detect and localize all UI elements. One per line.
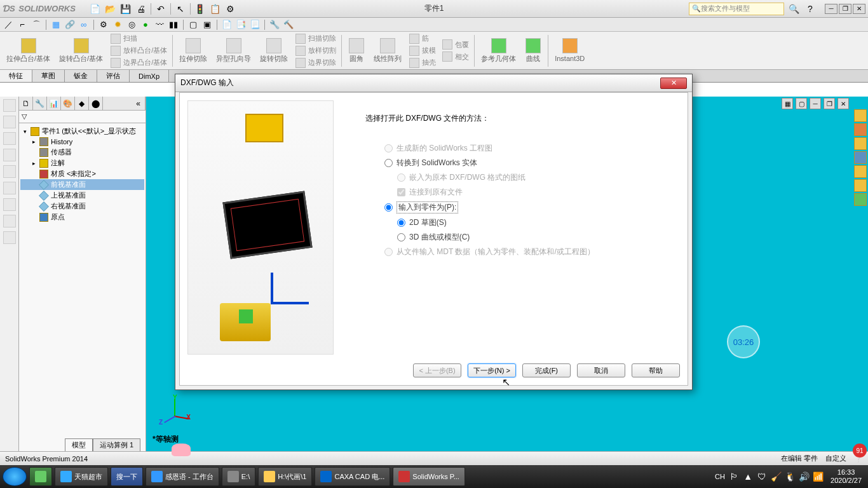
cancel-button[interactable]: 取消	[577, 363, 625, 377]
fillet-button[interactable]: 圆角	[344, 37, 369, 64]
sweep-cut-item[interactable]: 扫描切除	[293, 33, 339, 44]
opt-3d-curve[interactable]: 3D 曲线或模型(C)	[397, 232, 680, 243]
tree-root[interactable]: ▾零件1 (默认<<默认>_显示状态	[20, 126, 144, 137]
finish-button[interactable]: 完成(F)	[522, 363, 571, 377]
link-icon[interactable]: 🔗	[64, 19, 76, 30]
task-solidworks[interactable]: SolidWorks P...	[393, 467, 465, 486]
curves-button[interactable]: 曲线	[521, 37, 545, 64]
wave-icon[interactable]: 〰	[154, 19, 165, 30]
arc-icon[interactable]: ⌒	[31, 19, 42, 30]
tree-material[interactable]: 材质 <未指定>	[20, 168, 144, 179]
vp-single-icon[interactable]: ▢	[796, 98, 807, 109]
rail-icon-4[interactable]	[3, 149, 16, 161]
task-explorer-h[interactable]: H:\代画\1	[258, 467, 312, 486]
minimize-button[interactable]: ─	[825, 4, 837, 14]
tab-motion-study[interactable]: 运动算例 1	[93, 438, 140, 451]
extrude-cut-button[interactable]: 拉伸切除	[175, 37, 211, 64]
taskpane-btn-4[interactable]	[854, 151, 867, 164]
tool1-icon[interactable]: 🔧	[269, 19, 280, 30]
traffic-icon[interactable]: 🚦	[193, 2, 207, 16]
shell-item[interactable]: 抽壳	[407, 57, 438, 69]
taskpane-btn-1[interactable]	[854, 109, 867, 122]
feature-filter[interactable]: ▽	[19, 111, 146, 123]
dialog-close-button[interactable]: ✕	[660, 78, 687, 89]
tree-annotations[interactable]: ▸注解	[20, 158, 144, 168]
bars-icon[interactable]: ▮▮	[168, 19, 179, 30]
tray-up-icon[interactable]: ▲	[743, 471, 753, 482]
extrude-boss-button[interactable]: 拉伸凸台/基体	[3, 37, 54, 64]
tab-sketch[interactable]: 草图	[32, 70, 65, 82]
view-icon[interactable]: ▦	[50, 19, 62, 30]
tree-top-plane[interactable]: 上视基准面	[20, 190, 144, 201]
start-button[interactable]	[3, 467, 27, 486]
help-icon[interactable]: ?	[803, 2, 817, 16]
vp-tile-icon[interactable]: ▦	[782, 98, 793, 109]
rail-icon-1[interactable]	[3, 99, 16, 112]
taskpane-btn-3[interactable]	[854, 137, 867, 150]
next-button[interactable]: 下一步(N) >	[468, 363, 516, 377]
undo-icon[interactable]: ↶	[154, 2, 168, 16]
tab-features[interactable]: 特征	[0, 70, 32, 82]
fm-tab-5[interactable]: ◆	[75, 97, 89, 111]
tree-front-plane[interactable]: 前视基准面	[20, 179, 144, 190]
corner-icon[interactable]: ⌐	[17, 19, 28, 30]
rail-icon-2[interactable]	[3, 116, 16, 128]
tab-evaluate[interactable]: 评估	[97, 70, 130, 82]
fm-tab-1[interactable]: 🗋	[19, 97, 33, 111]
rail-icon-7[interactable]	[3, 198, 16, 211]
vp-max-icon[interactable]: ❐	[824, 98, 835, 109]
tree-right-plane[interactable]: 右视基准面	[20, 201, 144, 212]
tool2-icon[interactable]: 🔨	[283, 19, 294, 30]
revolve-cut-button[interactable]: 旋转切除	[256, 37, 292, 64]
tray-qq-icon[interactable]: 🐧	[785, 471, 795, 482]
task-app-1[interactable]	[29, 467, 52, 486]
task-search[interactable]: 搜一下	[111, 467, 143, 486]
boundary-item[interactable]: 边界凸台/基体	[108, 57, 170, 69]
task-dingtalk[interactable]: 感恩语 - 工作台	[146, 467, 219, 486]
select-icon[interactable]: ↖	[173, 2, 187, 16]
tab-model[interactable]: 模型	[65, 438, 93, 451]
status-custom[interactable]: 自定义	[825, 454, 846, 463]
sweep-item[interactable]: 扫描	[108, 33, 170, 44]
tree-history[interactable]: ▸History	[20, 137, 144, 147]
line-icon[interactable]: ／	[3, 19, 14, 30]
print-icon[interactable]: 🖨	[134, 2, 148, 16]
hole-wizard-button[interactable]: 异型孔向导	[212, 37, 255, 64]
sheet3-icon[interactable]: 📃	[249, 19, 261, 30]
taskpane-btn-2[interactable]	[854, 123, 867, 136]
rail-icon-9[interactable]	[3, 231, 16, 244]
opt-2d-sketch[interactable]: 2D 草图(S)	[397, 217, 680, 228]
new-file-icon[interactable]: 📄	[88, 2, 102, 16]
task-ie[interactable]: 天猫超市	[55, 467, 108, 486]
open-file-icon[interactable]: 📂	[104, 2, 118, 16]
chain-icon[interactable]: ∞	[78, 19, 90, 30]
intersect-item[interactable]: 相交	[440, 51, 471, 62]
tray-clean-icon[interactable]: 🧹	[771, 471, 781, 482]
instant3d-button[interactable]: Instant3D	[551, 37, 588, 64]
rail-icon-8[interactable]	[3, 215, 16, 227]
draft-item[interactable]: 拔模	[407, 45, 438, 57]
fm-tab-3[interactable]: 📊	[47, 97, 61, 111]
taskpane-btn-6[interactable]	[854, 179, 867, 192]
fm-tab-4[interactable]: 🎨	[61, 97, 75, 111]
revolve-boss-button[interactable]: 旋转凸台/基体	[55, 37, 107, 64]
close-button[interactable]: ✕	[853, 4, 865, 14]
tray-volume-icon[interactable]: 🔊	[799, 471, 809, 482]
misc2-icon[interactable]: ▣	[201, 19, 213, 30]
rail-icon-6[interactable]	[3, 182, 16, 194]
green-dot-icon[interactable]: ●	[140, 19, 151, 30]
target-icon[interactable]: ◎	[126, 19, 137, 30]
linear-pattern-button[interactable]: 线性阵列	[370, 37, 405, 64]
vp-min-icon[interactable]: ─	[810, 98, 821, 109]
taskbar-clock[interactable]: 16:332020/2/27	[827, 468, 865, 485]
rebuild-icon[interactable]: 📋	[208, 2, 222, 16]
opt-convert-entity[interactable]: 转换到 SolidWorks 实体	[384, 158, 680, 168]
ime-indicator[interactable]: CH	[715, 471, 725, 482]
tab-sheetmetal[interactable]: 钣金	[65, 70, 97, 82]
fm-tab-6[interactable]: ⬤	[89, 97, 103, 111]
save-icon[interactable]: 💾	[119, 2, 133, 16]
sheet2-icon[interactable]: 📑	[235, 19, 247, 30]
search-input[interactable]: 🔍 搜索文件与模型	[689, 3, 784, 15]
dialog-titlebar[interactable]: DXF/DWG 输入 ✕	[175, 74, 692, 92]
task-explorer-e[interactable]: E:\	[222, 467, 255, 486]
